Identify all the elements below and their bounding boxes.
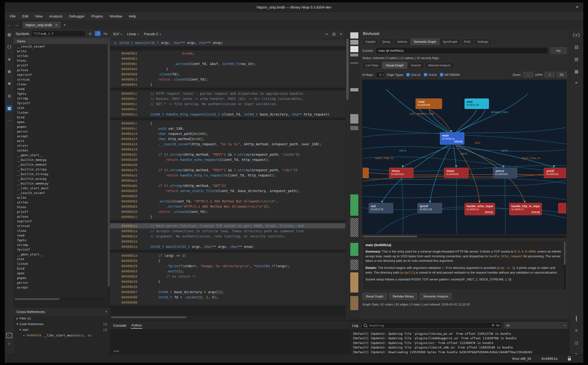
minimap[interactable] xyxy=(349,29,360,319)
forward-arrow-icon[interactable]: → xyxy=(13,23,21,28)
binassist-tab[interactable]: Query xyxy=(379,39,394,45)
binassist-action-button[interactable]: ReIndex Binary xyxy=(389,293,417,300)
graph-hscrollbar[interactable] xyxy=(362,235,566,238)
code-line[interactable]: 004009cc{ xyxy=(110,121,345,126)
variables-icon[interactable]: {x} xyxy=(573,32,581,37)
code-line[interactable]: 00400b1a// accepts connections in infini… xyxy=(110,228,345,234)
log-line[interactable]: [Default] [Update]: Updating file 'plugi… xyxy=(353,336,567,340)
symbol-row[interactable]: __gmon_start__ xyxy=(14,153,108,158)
tab-python[interactable]: Python xyxy=(131,322,142,329)
code-line[interactable]: 00400b86 int32_t fd = .socket(2, 1, 0); xyxy=(110,295,345,300)
tag-icon[interactable]: ◈ xyxy=(6,56,12,62)
xref-entry[interactable]: ⇤ 004004f8 __libc_start_main(main, (u xyxy=(14,333,110,338)
log-search-input[interactable] xyxy=(369,323,490,327)
symbol-row[interactable]: strstr xyxy=(14,143,108,148)
symbols-column-header[interactable]: Name xyxy=(14,38,110,44)
symbol-row[interactable]: read xyxy=(14,87,108,91)
python-console-icon[interactable]: >_ xyxy=(6,333,12,338)
graph-node[interactable]: handle_echo_request 0x4005c6 [VULN] xyxy=(465,203,495,215)
symbol-row[interactable]: listen xyxy=(14,110,108,115)
edge-type-checkbox[interactable]: ✓VULN xyxy=(424,73,437,77)
eye-icon[interactable]: ◎ xyxy=(87,31,93,36)
symbol-row[interactable]: write xyxy=(14,195,108,200)
graph-node[interactable]: .perror 0x400490 xyxy=(493,168,517,178)
symbol-row[interactable]: __gmon_start__ xyxy=(14,252,108,257)
binary-format-dropdown[interactable]: ELF▾ xyxy=(113,32,122,36)
back-arrow-icon[interactable]: ← xyxy=(5,23,13,28)
code-line[interactable]: 004009c5 return .close(client_fd); xyxy=(110,77,345,82)
symbol-row[interactable]: popen xyxy=(14,276,108,281)
code-line[interactable]: 00400b63 .exit(1); xyxy=(110,269,345,274)
code-line[interactable]: 00400b39 { xyxy=(110,258,345,263)
symbol-row[interactable]: popen xyxy=(14,125,108,129)
binassist-tab[interactable]: Explain xyxy=(362,39,379,45)
console-body[interactable]: >>> xyxy=(110,329,349,354)
case-sensitivity-toggle[interactable]: Aa xyxy=(102,31,108,36)
code-line[interactable]: 00400b1aint32_t main(int32_t argc, char*… xyxy=(110,244,345,249)
symbol-row[interactable]: strcmp xyxy=(14,243,108,247)
refresh-icon[interactable]: ↻ xyxy=(114,41,116,45)
nhops-stepper[interactable]: 2▲▼ xyxy=(376,72,385,77)
view-mode-dropdown[interactable]: Linear▾ xyxy=(127,32,139,36)
memory-map-icon[interactable]: ▦ xyxy=(574,69,578,74)
lock-icon[interactable] xyxy=(568,358,571,360)
symbol-row[interactable]: open xyxy=(14,120,108,125)
code-line[interactable]: 00400b10 return .close(client_fd); xyxy=(110,209,345,214)
code-line[interactable]: 00400a75 if (!.strcmp(&http_method, "POS… xyxy=(110,168,345,173)
graph-node[interactable]: .printf 0x4003b0 xyxy=(544,168,566,178)
symbols-filter-input[interactable] xyxy=(31,30,85,37)
symbol-row[interactable]: __builtin_wcscpy xyxy=(14,176,108,181)
graph-node[interactable]: .htons 0x4003a0 xyxy=(389,168,414,178)
code-line[interactable]: 004009b8 .close(fd); xyxy=(110,72,345,77)
code-line[interactable]: 00400a14 char http_method[0x18]; xyxy=(110,136,345,141)
code-hscrollbar[interactable] xyxy=(110,315,345,319)
history-icon[interactable]: ◷ xyxy=(574,340,578,345)
current-function-input[interactable] xyxy=(376,47,548,54)
symbol-row[interactable]: perror xyxy=(14,281,108,285)
menu-item[interactable]: Debugger xyxy=(66,12,88,21)
symbol-row[interactable]: snprintf xyxy=(14,219,108,224)
pin-panel-icon[interactable]: ⌖ xyxy=(105,309,107,314)
symbol-row[interactable]: strlen xyxy=(14,200,108,205)
menu-item[interactable]: Help xyxy=(126,12,139,21)
symbol-row[interactable]: read xyxy=(14,233,108,238)
zoom-out-button[interactable]: - xyxy=(523,72,533,77)
info-vscrollbar[interactable] xyxy=(564,241,566,289)
symbol-row[interactable]: perror xyxy=(14,129,108,134)
binassist-tab[interactable]: Semantic Graph xyxy=(411,39,439,45)
code-line[interactable]: 004009a5 } xyxy=(110,66,345,72)
symbol-row[interactable]: listen xyxy=(14,261,108,266)
code-vscrollbar[interactable] xyxy=(345,29,349,319)
binassist-tab[interactable]: Actions xyxy=(394,39,410,45)
symbol-row[interactable]: stat xyxy=(14,105,108,110)
symbol-row[interactable]: exit xyxy=(14,139,108,143)
symbol-row[interactable]: __builtin_strncpy xyxy=(14,172,108,176)
document-tab[interactable]: httpsrv_strip.bndb ✕ xyxy=(23,22,61,28)
code-line[interactable]: 00400b1a if (argc <= 1) xyxy=(110,253,345,258)
symbol-row[interactable]: strcmp xyxy=(14,96,108,101)
language-dropdown[interactable]: Pseudo C▾ xyxy=(144,32,161,36)
code-line[interactable]: 00400a14 .__isoc23_sscanf(http_request, … xyxy=(110,141,345,147)
menu-item[interactable]: Analysis xyxy=(46,12,66,21)
symbol-row[interactable]: close xyxy=(14,82,108,87)
xrefs-filter-row[interactable]: ▸ Filter (1) xyxy=(14,316,110,321)
sticky-function-header[interactable]: ↻ int32_t main(int32_t argc, char** argv… xyxy=(110,39,345,47)
code-line[interactable]: 00400b1a// argument. No authentication, … xyxy=(110,234,345,239)
code-line[interactable]: 00400abb if (!.strcmp(&http_method, "GET… xyxy=(110,183,345,188)
symbol-row[interactable]: strncat xyxy=(14,224,108,228)
code-line[interactable]: 00400b03 .write(client_fd, "HTTP/1.1 405… xyxy=(110,199,345,204)
console-prompt[interactable]: >>> xyxy=(113,349,119,353)
edge-type-checkbox[interactable]: ✓NETWORK xyxy=(440,73,460,77)
symbol-row[interactable]: __isoc23_sscanf xyxy=(14,44,108,49)
code-line[interactable]: 00400aa1 return handle_http_ls_request(c… xyxy=(110,173,345,178)
symbol-row[interactable]: __builtin_memcpy xyxy=(14,158,108,162)
binassist-tab[interactable]: Settings xyxy=(474,39,492,45)
code-line[interactable]: 00400a58 xyxy=(110,162,345,168)
graph-node[interactable]: handle_http_ls_request 0x4006c5 [VULN] xyxy=(509,203,542,215)
code-line[interactable]: 004009ccint64_t handle_http_request(int3… xyxy=(110,112,345,117)
hamburger-icon[interactable]: ▦ xyxy=(6,31,12,38)
regex-icon[interactable]: .* xyxy=(95,31,101,36)
code-line[interactable]: 0040098c .write(client_fd, &buf, (int64_… xyxy=(110,61,345,66)
symbol-row[interactable]: __builtin_wmemcpy xyxy=(14,181,108,186)
library-icon[interactable]: ≣ xyxy=(6,93,12,99)
